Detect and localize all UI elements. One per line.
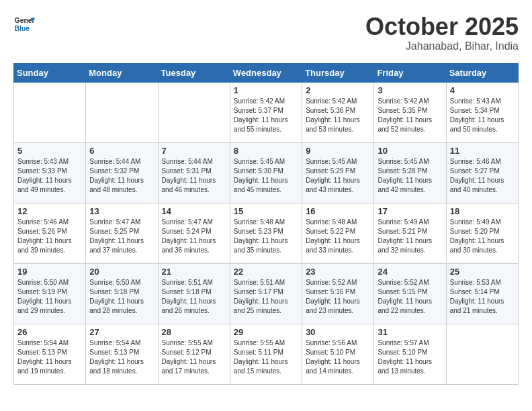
- calendar-cell: 25Sunrise: 5:53 AM Sunset: 5:14 PM Dayli…: [446, 263, 518, 324]
- calendar-cell: 17Sunrise: 5:49 AM Sunset: 5:21 PM Dayli…: [374, 203, 446, 263]
- day-info: Sunrise: 5:46 AM Sunset: 5:26 PM Dayligh…: [17, 218, 82, 255]
- day-number: 7: [162, 146, 226, 156]
- day-number: 5: [17, 146, 82, 156]
- calendar-cell: [14, 82, 86, 142]
- calendar-week-row: 19Sunrise: 5:50 AM Sunset: 5:19 PM Dayli…: [14, 263, 519, 324]
- calendar-header-row: SundayMondayTuesdayWednesdayThursdayFrid…: [14, 63, 519, 82]
- day-number: 17: [378, 206, 442, 216]
- calendar-cell: 7Sunrise: 5:44 AM Sunset: 5:31 PM Daylig…: [158, 142, 230, 203]
- day-info: Sunrise: 5:47 AM Sunset: 5:24 PM Dayligh…: [162, 218, 226, 255]
- day-info: Sunrise: 5:54 AM Sunset: 5:13 PM Dayligh…: [89, 338, 154, 376]
- calendar-cell: 27Sunrise: 5:54 AM Sunset: 5:13 PM Dayli…: [86, 324, 158, 384]
- column-header-wednesday: Wednesday: [230, 63, 302, 82]
- day-info: Sunrise: 5:50 AM Sunset: 5:18 PM Dayligh…: [89, 278, 154, 316]
- day-number: 12: [17, 206, 82, 216]
- day-number: 29: [234, 327, 298, 337]
- day-info: Sunrise: 5:43 AM Sunset: 5:34 PM Dayligh…: [450, 97, 515, 134]
- day-number: 16: [306, 206, 370, 216]
- day-info: Sunrise: 5:45 AM Sunset: 5:30 PM Dayligh…: [234, 157, 298, 195]
- day-number: 1: [234, 85, 298, 95]
- day-number: 20: [89, 267, 154, 277]
- column-header-tuesday: Tuesday: [158, 63, 230, 82]
- calendar-cell: 30Sunrise: 5:56 AM Sunset: 5:10 PM Dayli…: [302, 324, 374, 384]
- day-number: 23: [306, 267, 370, 277]
- calendar-cell: 5Sunrise: 5:43 AM Sunset: 5:33 PM Daylig…: [14, 142, 86, 203]
- day-info: Sunrise: 5:45 AM Sunset: 5:28 PM Dayligh…: [378, 157, 442, 195]
- calendar-cell: 6Sunrise: 5:44 AM Sunset: 5:32 PM Daylig…: [86, 142, 158, 203]
- day-number: 28: [162, 327, 226, 337]
- day-number: 15: [234, 206, 298, 216]
- column-header-saturday: Saturday: [446, 63, 518, 82]
- day-number: 22: [234, 267, 298, 277]
- calendar-cell: 31Sunrise: 5:57 AM Sunset: 5:10 PM Dayli…: [374, 324, 446, 384]
- day-info: Sunrise: 5:52 AM Sunset: 5:16 PM Dayligh…: [306, 278, 370, 316]
- day-info: Sunrise: 5:57 AM Sunset: 5:10 PM Dayligh…: [378, 338, 442, 376]
- calendar-cell: 10Sunrise: 5:45 AM Sunset: 5:28 PM Dayli…: [374, 142, 446, 203]
- day-number: 9: [306, 146, 370, 156]
- day-info: Sunrise: 5:47 AM Sunset: 5:25 PM Dayligh…: [89, 218, 154, 255]
- calendar-week-row: 1Sunrise: 5:42 AM Sunset: 5:37 PM Daylig…: [14, 82, 519, 142]
- calendar-cell: 19Sunrise: 5:50 AM Sunset: 5:19 PM Dayli…: [14, 263, 86, 324]
- day-number: 3: [378, 85, 442, 95]
- day-number: 10: [378, 146, 442, 156]
- calendar-cell: 29Sunrise: 5:55 AM Sunset: 5:11 PM Dayli…: [230, 324, 302, 384]
- calendar-cell: 12Sunrise: 5:46 AM Sunset: 5:26 PM Dayli…: [14, 203, 86, 263]
- day-info: Sunrise: 5:45 AM Sunset: 5:29 PM Dayligh…: [306, 157, 370, 195]
- day-number: 13: [89, 206, 154, 216]
- calendar-week-row: 26Sunrise: 5:54 AM Sunset: 5:13 PM Dayli…: [14, 324, 519, 384]
- logo: General Blue: [13, 13, 35, 35]
- day-info: Sunrise: 5:44 AM Sunset: 5:31 PM Dayligh…: [162, 157, 226, 195]
- day-number: 18: [450, 206, 515, 216]
- day-number: 19: [17, 267, 82, 277]
- day-info: Sunrise: 5:49 AM Sunset: 5:20 PM Dayligh…: [450, 218, 515, 255]
- day-info: Sunrise: 5:52 AM Sunset: 5:15 PM Dayligh…: [378, 278, 442, 316]
- calendar-cell: 24Sunrise: 5:52 AM Sunset: 5:15 PM Dayli…: [374, 263, 446, 324]
- calendar-week-row: 5Sunrise: 5:43 AM Sunset: 5:33 PM Daylig…: [14, 142, 519, 203]
- calendar-table: SundayMondayTuesdayWednesdayThursdayFrid…: [13, 63, 519, 385]
- day-number: 6: [89, 146, 154, 156]
- calendar-cell: [86, 82, 158, 142]
- calendar-cell: 15Sunrise: 5:48 AM Sunset: 5:23 PM Dayli…: [230, 203, 302, 263]
- calendar-cell: 13Sunrise: 5:47 AM Sunset: 5:25 PM Dayli…: [86, 203, 158, 263]
- calendar-cell: 16Sunrise: 5:48 AM Sunset: 5:22 PM Dayli…: [302, 203, 374, 263]
- day-number: 21: [162, 267, 226, 277]
- month-title: October 2025: [365, 13, 519, 40]
- calendar-cell: 22Sunrise: 5:51 AM Sunset: 5:17 PM Dayli…: [230, 263, 302, 324]
- column-header-monday: Monday: [86, 63, 158, 82]
- day-number: 25: [450, 267, 515, 277]
- svg-text:Blue: Blue: [15, 25, 30, 32]
- day-info: Sunrise: 5:56 AM Sunset: 5:10 PM Dayligh…: [306, 338, 370, 376]
- calendar-cell: 9Sunrise: 5:45 AM Sunset: 5:29 PM Daylig…: [302, 142, 374, 203]
- calendar-cell: 28Sunrise: 5:55 AM Sunset: 5:12 PM Dayli…: [158, 324, 230, 384]
- location: Jahanabad, Bihar, India: [365, 40, 519, 52]
- logo-icon: General Blue: [13, 13, 35, 35]
- column-header-friday: Friday: [374, 63, 446, 82]
- column-header-sunday: Sunday: [14, 63, 86, 82]
- calendar-week-row: 12Sunrise: 5:46 AM Sunset: 5:26 PM Dayli…: [14, 203, 519, 263]
- day-number: 24: [378, 267, 442, 277]
- calendar-cell: 11Sunrise: 5:46 AM Sunset: 5:27 PM Dayli…: [446, 142, 518, 203]
- day-number: 2: [306, 85, 370, 95]
- page-header: General Blue October 2025 Jahanabad, Bih…: [13, 13, 519, 52]
- calendar-cell: [158, 82, 230, 142]
- column-header-thursday: Thursday: [302, 63, 374, 82]
- day-info: Sunrise: 5:50 AM Sunset: 5:19 PM Dayligh…: [17, 278, 82, 316]
- calendar-cell: 3Sunrise: 5:42 AM Sunset: 5:35 PM Daylig…: [374, 82, 446, 142]
- calendar-cell: 1Sunrise: 5:42 AM Sunset: 5:37 PM Daylig…: [230, 82, 302, 142]
- day-number: 4: [450, 85, 515, 95]
- day-number: 30: [306, 327, 370, 337]
- day-info: Sunrise: 5:46 AM Sunset: 5:27 PM Dayligh…: [450, 157, 515, 195]
- day-number: 27: [89, 327, 154, 337]
- calendar-cell: 18Sunrise: 5:49 AM Sunset: 5:20 PM Dayli…: [446, 203, 518, 263]
- day-info: Sunrise: 5:54 AM Sunset: 5:13 PM Dayligh…: [17, 338, 82, 376]
- day-number: 31: [378, 327, 442, 337]
- day-info: Sunrise: 5:42 AM Sunset: 5:37 PM Dayligh…: [234, 97, 298, 134]
- day-info: Sunrise: 5:48 AM Sunset: 5:22 PM Dayligh…: [306, 218, 370, 255]
- day-info: Sunrise: 5:55 AM Sunset: 5:12 PM Dayligh…: [162, 338, 226, 376]
- day-info: Sunrise: 5:48 AM Sunset: 5:23 PM Dayligh…: [234, 218, 298, 255]
- calendar-cell: [446, 324, 518, 384]
- calendar-cell: 23Sunrise: 5:52 AM Sunset: 5:16 PM Dayli…: [302, 263, 374, 324]
- calendar-cell: 20Sunrise: 5:50 AM Sunset: 5:18 PM Dayli…: [86, 263, 158, 324]
- day-number: 26: [17, 327, 82, 337]
- calendar-cell: 26Sunrise: 5:54 AM Sunset: 5:13 PM Dayli…: [14, 324, 86, 384]
